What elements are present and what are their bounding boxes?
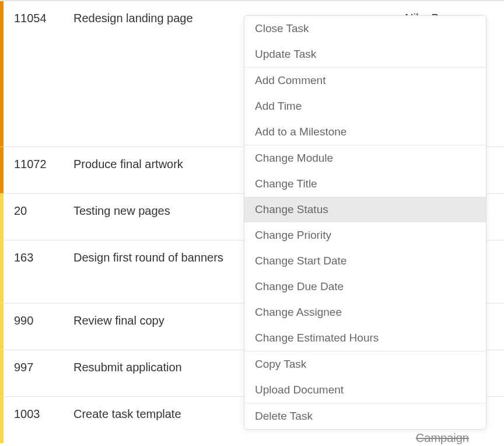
task-id: 990 <box>4 304 68 350</box>
context-menu: Close Task Update Task Add Comment Add T… <box>244 15 487 430</box>
menu-item-add-milestone[interactable]: Add to a Milestone <box>244 119 486 145</box>
menu-group: Change Module Change Title Change Status… <box>244 145 486 351</box>
menu-item-close-task[interactable]: Close Task <box>244 16 486 41</box>
menu-item-copy-task[interactable]: Copy Task <box>244 351 486 377</box>
task-id: 163 <box>4 241 68 303</box>
menu-item-change-due-date[interactable]: Change Due Date <box>244 274 486 299</box>
task-id: 11054 <box>4 1 68 147</box>
menu-item-change-assignee[interactable]: Change Assignee <box>244 299 486 325</box>
menu-item-change-status[interactable]: Change Status <box>244 197 486 222</box>
menu-item-change-module[interactable]: Change Module <box>244 145 486 171</box>
partial-text: Campaign <box>416 431 469 445</box>
task-id: 11072 <box>4 147 68 193</box>
task-id: 1003 <box>4 397 68 443</box>
menu-item-add-comment[interactable]: Add Comment <box>244 68 486 93</box>
menu-item-change-title[interactable]: Change Title <box>244 171 486 197</box>
menu-item-delete-task[interactable]: Delete Task <box>244 403 486 429</box>
menu-item-update-task[interactable]: Update Task <box>244 41 486 67</box>
menu-group: Copy Task Upload Document <box>244 351 486 403</box>
menu-item-change-priority[interactable]: Change Priority <box>244 222 486 248</box>
menu-group: Close Task Update Task <box>244 16 486 68</box>
task-id: 997 <box>4 350 68 396</box>
menu-item-upload-document[interactable]: Upload Document <box>244 377 486 403</box>
menu-item-add-time[interactable]: Add Time <box>244 93 486 119</box>
menu-item-change-estimated-hours[interactable]: Change Estimated Hours <box>244 325 486 351</box>
menu-item-change-start-date[interactable]: Change Start Date <box>244 248 486 274</box>
task-id: 20 <box>4 194 68 240</box>
menu-group: Delete Task <box>244 403 486 429</box>
menu-group: Add Comment Add Time Add to a Milestone <box>244 68 486 145</box>
